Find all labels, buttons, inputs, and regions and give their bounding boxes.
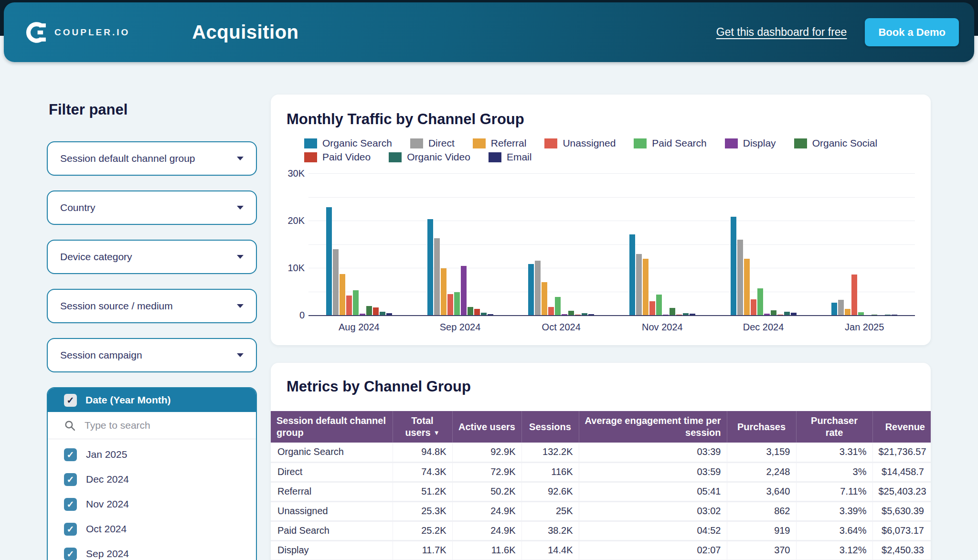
x-axis-labels: Aug 2024Sep 2024Oct 2024Nov 2024Dec 2024…: [308, 316, 915, 333]
bar-referral: [542, 282, 547, 315]
value-cell: 2,248: [727, 462, 796, 482]
value-cell: 04:52: [579, 521, 727, 540]
date-option-label: Dec 2024: [86, 474, 129, 485]
get-dashboard-link[interactable]: Get this dashboard for free: [716, 26, 847, 39]
checkbox-icon[interactable]: ✓: [64, 548, 77, 560]
table-row-organic-search: Organic Search94.8K92.9K132.2K03:393,159…: [271, 443, 931, 462]
bar-display: [663, 315, 669, 315]
legend-item-email[interactable]: Email: [489, 151, 532, 163]
legend-item-referral[interactable]: Referral: [473, 137, 527, 149]
checkbox-icon[interactable]: ✓: [64, 448, 77, 461]
legend-label: Direct: [428, 137, 455, 149]
legend-label: Organic Social: [812, 137, 878, 149]
y-tick-label: 20K: [287, 215, 305, 226]
bar-referral: [744, 259, 750, 315]
bar-email: [791, 313, 797, 315]
legend-label: Organic Video: [407, 151, 470, 163]
checkbox-icon[interactable]: ✓: [64, 473, 77, 486]
value-cell: 74.3K: [393, 462, 452, 482]
value-cell: 3.12%: [796, 540, 872, 560]
legend-item-paid-video[interactable]: Paid Video: [304, 151, 371, 163]
value-cell: $2,450.33: [872, 540, 931, 560]
column-header-label: Sessions: [529, 422, 571, 432]
date-option-label: Sep 2024: [86, 548, 129, 560]
bar-unassigned: [346, 296, 352, 315]
filter-dropdown-country[interactable]: Country: [47, 190, 257, 225]
date-option-jan-2025[interactable]: ✓Jan 2025: [48, 442, 256, 467]
filter-dropdown-session-default-channel-group[interactable]: Session default channel group: [47, 141, 257, 176]
value-cell: 11.6K: [452, 540, 521, 560]
bar-group-nov-2024: [612, 173, 713, 315]
bar-referral: [643, 259, 648, 315]
bar-group-aug-2024: [308, 173, 410, 315]
filter-dropdown-session-campaign[interactable]: Session campaign: [47, 338, 257, 372]
bar-organic-video: [380, 312, 385, 315]
bar-paid-search: [858, 312, 864, 315]
legend-swatch: [304, 152, 317, 162]
bar-email: [588, 314, 594, 315]
checkbox-icon[interactable]: ✓: [64, 498, 77, 511]
legend-item-organic-social[interactable]: Organic Social: [794, 137, 878, 149]
value-cell: 25K: [521, 501, 579, 521]
date-search-input[interactable]: [84, 419, 229, 432]
bar-unassigned: [751, 299, 756, 315]
bar-email: [892, 315, 897, 315]
bar-organic-social: [366, 306, 372, 315]
bar-email: [386, 313, 392, 315]
column-header-label: Total users: [405, 415, 433, 438]
column-header-revenue[interactable]: Revenue: [872, 411, 931, 443]
column-header-session-default-channel-group[interactable]: Session default channel group: [271, 411, 393, 443]
value-cell: 3%: [796, 462, 872, 482]
bar-unassigned: [447, 294, 453, 315]
channel-cell: Direct: [271, 462, 393, 482]
chevron-down-icon: [237, 255, 244, 259]
legend-item-unassigned[interactable]: Unassigned: [544, 137, 616, 149]
metrics-table-card: Metrics by Channel Group Session default…: [271, 363, 931, 560]
checkbox-icon[interactable]: ✓: [64, 523, 77, 536]
legend-item-paid-search[interactable]: Paid Search: [634, 137, 706, 149]
column-header-purchases[interactable]: Purchases: [727, 411, 796, 443]
legend-label: Unassigned: [563, 137, 616, 149]
column-header-sessions[interactable]: Sessions: [521, 411, 579, 443]
bar-paid-video: [676, 315, 682, 315]
column-header-active-users[interactable]: Active users: [452, 411, 521, 443]
book-demo-button[interactable]: Book a Demo: [865, 18, 959, 46]
x-tick-label: Dec 2024: [713, 322, 814, 333]
date-option-dec-2024[interactable]: ✓Dec 2024: [48, 467, 256, 492]
x-tick-label: Aug 2024: [308, 322, 410, 333]
bar-organic-social: [872, 315, 877, 315]
date-filter-header[interactable]: ✓ Date (Year Month): [48, 388, 256, 412]
legend-item-organic-video[interactable]: Organic Video: [389, 151, 470, 163]
column-header-total-users[interactable]: Total users▼: [393, 411, 452, 443]
chevron-down-icon: [237, 304, 244, 308]
header-band: COUPLER.IO Acquisition Get this dashboar…: [4, 2, 974, 62]
legend-swatch: [389, 152, 402, 162]
date-option-nov-2024[interactable]: ✓Nov 2024: [48, 492, 256, 517]
y-tick-label: 0: [299, 310, 305, 321]
legend-item-direct[interactable]: Direct: [410, 137, 455, 149]
column-header-average-engagement-time-per-session[interactable]: Average engagement time per session: [579, 411, 727, 443]
bar-unassigned: [649, 301, 655, 315]
column-header-label: Revenue: [885, 422, 925, 432]
bar-organic-video: [885, 315, 891, 315]
filter-dropdown-session-source-medium[interactable]: Session source / medium: [47, 289, 257, 323]
date-filter-checkbox[interactable]: ✓: [64, 394, 77, 407]
bar-display: [461, 266, 467, 315]
legend-item-display[interactable]: Display: [725, 137, 776, 149]
y-tick-label: 10K: [287, 263, 305, 274]
legend-item-organic-search[interactable]: Organic Search: [304, 137, 392, 149]
value-cell: 3,159: [727, 443, 796, 462]
bar-group-dec-2024: [713, 173, 814, 315]
coupler-logo[interactable]: COUPLER.IO: [26, 21, 130, 43]
legend-swatch: [634, 138, 647, 148]
bar-paid-search: [757, 288, 763, 315]
filter-dropdown-device-category[interactable]: Device category: [47, 240, 257, 274]
channel-cell: Unassigned: [271, 501, 393, 521]
dropdown-label: Session default channel group: [60, 153, 195, 164]
date-option-oct-2024[interactable]: ✓Oct 2024: [48, 517, 256, 541]
bar-organic-search: [731, 217, 736, 315]
column-header-label: Purchases: [737, 422, 786, 432]
column-header-purchaser-rate[interactable]: Purchaser rate: [796, 411, 872, 443]
date-option-sep-2024[interactable]: ✓Sep 2024: [48, 541, 256, 560]
dropdown-label: Session source / medium: [60, 300, 173, 312]
